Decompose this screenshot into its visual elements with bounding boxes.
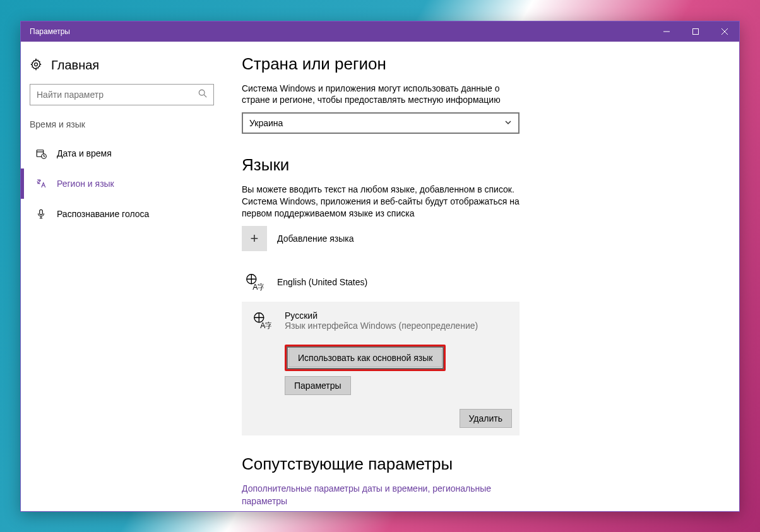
chevron-down-icon (504, 118, 512, 128)
plus-icon: + (242, 226, 267, 251)
language-row[interactable]: A字 Русский Язык интерфейса Windows (пере… (249, 310, 512, 331)
svg-line-6 (204, 95, 206, 97)
language-item-english[interactable]: A字 English (United States) (242, 266, 589, 298)
language-name: Русский (285, 310, 478, 321)
region-desc: Система Windows и приложения могут испол… (242, 83, 520, 107)
svg-point-4 (35, 62, 38, 66)
language-options-button[interactable]: Параметры (285, 376, 351, 395)
related-heading: Сопутствующие параметры (242, 454, 589, 474)
close-button[interactable] (710, 21, 739, 42)
search-input-wrap[interactable] (30, 84, 214, 105)
country-selected: Украина (249, 118, 283, 128)
window-controls (652, 21, 739, 42)
search-input[interactable] (37, 90, 198, 100)
languages-desc: Вы можете вводить текст на любом языке, … (242, 184, 520, 220)
titlebar: Параметры (21, 21, 739, 42)
sidebar-item-label: Распознавание голоса (47, 209, 149, 219)
svg-point-5 (199, 90, 205, 95)
add-language[interactable]: + Добавление языка (242, 226, 589, 251)
svg-text:A字: A字 (252, 283, 264, 292)
language-subtitle: Язык интерфейса Windows (переопределение… (285, 321, 478, 331)
language-icon (35, 178, 47, 189)
highlight-frame: Использовать как основной язык (285, 345, 446, 371)
set-default-button[interactable]: Использовать как основной язык (288, 348, 442, 367)
language-buttons-row2: Удалить (249, 409, 512, 428)
microphone-icon (35, 208, 47, 220)
region-heading: Страна или регион (242, 54, 589, 74)
sidebar-item-label: Дата и время (47, 148, 112, 158)
minimize-button[interactable] (652, 21, 681, 42)
languages-heading: Языки (242, 155, 589, 175)
language-remove-button[interactable]: Удалить (460, 409, 512, 428)
sidebar-item-region-language[interactable]: Регион и язык (21, 168, 223, 199)
country-select[interactable]: Украина (242, 112, 520, 134)
sidebar-item-date-time[interactable]: Дата и время (21, 138, 223, 168)
language-name: English (United States) (277, 277, 367, 287)
search-icon (198, 89, 207, 100)
calendar-clock-icon (35, 148, 47, 159)
related-section: Сопутствующие параметры Дополнительные п… (242, 454, 589, 507)
sidebar-home-label: Главная (42, 58, 99, 73)
svg-rect-10 (40, 210, 43, 215)
sidebar: Главная Время и язык Дата и (21, 42, 223, 511)
main-panel: Страна или регион Система Windows и прил… (223, 42, 614, 511)
language-glyph-icon: A字 (242, 273, 267, 292)
svg-text:A字: A字 (260, 321, 271, 330)
window-title: Параметры (21, 27, 652, 36)
language-buttons-row1: Использовать как основной язык Параметры (249, 345, 512, 395)
settings-window: Параметры Главная (20, 21, 740, 512)
language-item-russian: A字 Русский Язык интерфейса Windows (пере… (242, 302, 520, 435)
sidebar-item-speech[interactable]: Распознавание голоса (21, 199, 223, 229)
sidebar-home[interactable]: Главная (21, 56, 223, 84)
sidebar-category: Время и язык (21, 119, 223, 138)
content-area: Главная Время и язык Дата и (21, 42, 739, 511)
gear-icon (30, 58, 42, 73)
sidebar-item-label: Регион и язык (47, 179, 114, 189)
add-language-label: Добавление языка (277, 233, 354, 244)
svg-rect-1 (693, 28, 699, 34)
related-link[interactable]: Дополнительные параметры даты и времени,… (242, 483, 520, 507)
language-glyph-icon: A字 (249, 311, 275, 330)
maximize-button[interactable] (681, 21, 710, 42)
